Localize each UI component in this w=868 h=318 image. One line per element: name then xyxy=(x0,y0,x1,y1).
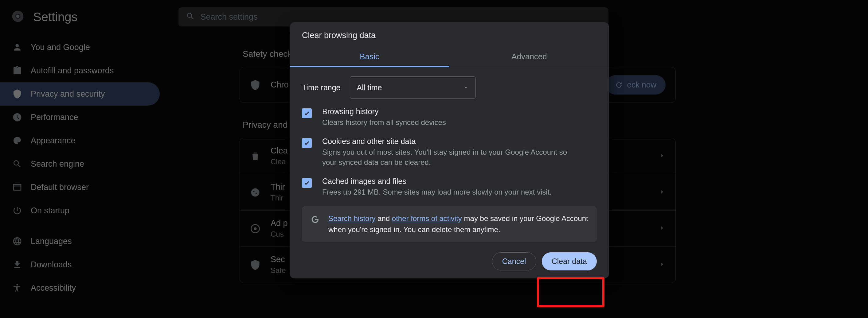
time-range-select[interactable]: All time xyxy=(350,76,476,98)
check-title: Browsing history xyxy=(322,107,446,116)
check-title: Cached images and files xyxy=(322,177,552,186)
checkbox-browsing-history[interactable] xyxy=(302,108,312,118)
clear-browsing-data-dialog: Clear browsing data Basic Advanced Time … xyxy=(290,22,609,278)
check-sub: Clears history from all synced devices xyxy=(322,117,446,128)
cancel-button[interactable]: Cancel xyxy=(492,252,536,271)
dialog-title: Clear browsing data xyxy=(290,22,609,46)
clear-data-button[interactable]: Clear data xyxy=(542,252,597,271)
search-history-link[interactable]: Search history xyxy=(328,214,375,223)
other-activity-link[interactable]: other forms of activity xyxy=(392,214,462,223)
check-sub: Frees up 291 MB. Some sites may load mor… xyxy=(322,187,552,197)
google-account-info: Search history and other forms of activi… xyxy=(302,206,597,242)
tab-basic[interactable]: Basic xyxy=(290,46,450,67)
google-icon xyxy=(310,213,320,235)
tab-advanced[interactable]: Advanced xyxy=(450,46,609,67)
time-range-label: Time range xyxy=(302,83,341,92)
check-title: Cookies and other site data xyxy=(322,137,574,146)
checkbox-cache[interactable] xyxy=(302,178,312,188)
chevron-down-icon xyxy=(463,83,469,92)
checkbox-cookies[interactable] xyxy=(302,138,312,148)
check-sub: Signs you out of most sites. You'll stay… xyxy=(322,147,574,168)
